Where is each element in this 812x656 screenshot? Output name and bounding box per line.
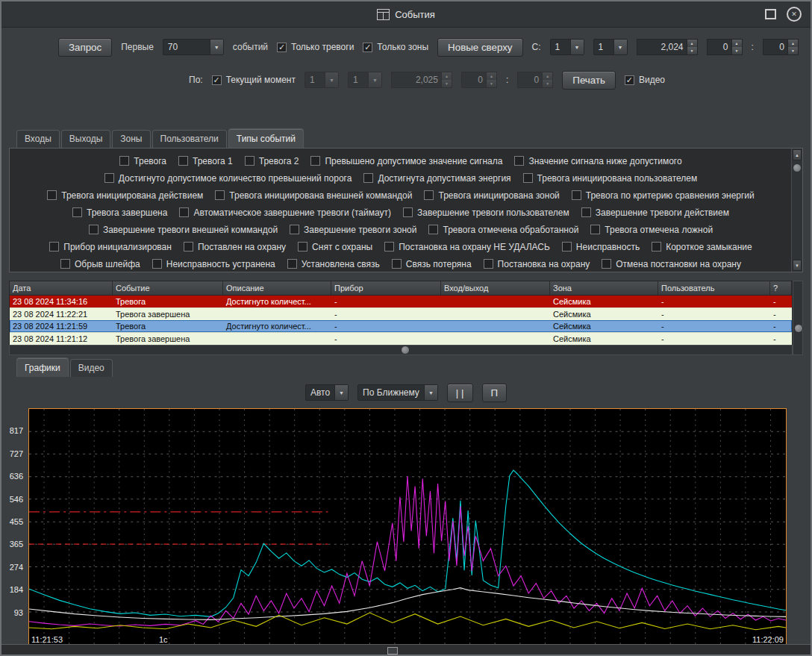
event-type-label: Тревога отмечена обработанной — [443, 225, 578, 235]
maximize-button[interactable] — [765, 9, 776, 19]
event-count-dropdown[interactable]: 70 — [163, 39, 224, 55]
column-header[interactable]: ? — [770, 281, 792, 295]
print-button[interactable]: Печать — [562, 71, 616, 90]
event-type-checkbox[interactable]: Достигнута допустимая энергия — [363, 173, 510, 184]
chart-mode-dropdown[interactable]: Авто — [305, 384, 349, 401]
only-zones-checkbox[interactable]: Только зоны — [363, 42, 428, 52]
event-type-checkbox[interactable]: Превышено допустимое значение сигнала — [310, 156, 502, 166]
spin-up-icon[interactable] — [487, 72, 496, 80]
tab-Входы[interactable]: Входы — [16, 130, 60, 148]
to-day-dropdown[interactable]: 1 — [304, 72, 339, 88]
event-type-checkbox[interactable]: Значение сигнала ниже допустимого — [514, 156, 681, 166]
event-type-checkbox[interactable]: Постановка на охрану — [484, 259, 590, 269]
video-checkbox[interactable]: Видео — [625, 75, 665, 85]
event-type-checkbox[interactable]: Достигнуто допустимое количество превыше… — [104, 173, 352, 184]
to-hour-spinner[interactable]: 0 — [461, 72, 497, 88]
spin-down-icon[interactable] — [788, 47, 798, 54]
event-type-checkbox[interactable]: Тревога по критерию сравнения энергий — [572, 190, 755, 201]
event-type-checkbox[interactable]: Прибор инициализирован — [49, 242, 172, 252]
p-button[interactable]: П — [482, 384, 508, 402]
from-day-dropdown[interactable]: 1 — [550, 39, 584, 55]
event-type-checkbox[interactable]: Тревога 2 — [245, 156, 299, 166]
event-type-checkbox[interactable]: Обрыв шлейфа — [60, 259, 140, 269]
from-hour-spinner[interactable]: 0 — [707, 39, 743, 55]
spin-up-icon[interactable] — [442, 72, 452, 80]
scrollbar-thumb[interactable] — [794, 324, 803, 333]
scroll-up-icon[interactable] — [793, 149, 802, 160]
from-month-dropdown[interactable]: 1 — [593, 39, 628, 55]
current-moment-checkbox[interactable]: Текущий момент — [212, 75, 296, 85]
pause-button[interactable]: | | — [447, 384, 473, 402]
column-header[interactable]: Событие — [113, 281, 223, 295]
event-type-checkbox[interactable]: Короткое замыкание — [652, 242, 752, 252]
titlebar[interactable]: События — [1, 1, 811, 28]
table-row[interactable]: 23 08 2024 11:21:59ТревогаДостигнуто кол… — [10, 320, 792, 332]
event-type-checkbox[interactable]: Неисправность — [562, 242, 640, 252]
table-cell: - — [770, 308, 792, 320]
close-button[interactable] — [787, 7, 802, 22]
spin-up-icon[interactable] — [687, 40, 697, 47]
event-type-checkbox[interactable]: Тревога инициирована пользователем — [523, 173, 698, 184]
event-type-checkbox[interactable]: Завершение тревоги зоной — [290, 225, 416, 235]
event-type-checkbox[interactable]: Тревога инициирована внешней коммандой — [215, 190, 412, 201]
table-row[interactable]: 23 08 2024 11:22:21Тревога завершена-Сей… — [10, 307, 792, 320]
to-month-dropdown[interactable]: 1 — [348, 72, 382, 88]
scrollbar-thumb[interactable] — [793, 163, 802, 172]
scroll-down-icon[interactable] — [793, 260, 802, 271]
table-vscrollbar[interactable] — [793, 281, 803, 355]
event-type-checkbox[interactable]: Установлена связь — [287, 259, 380, 269]
column-header[interactable]: Вход/выход — [441, 281, 550, 295]
column-header[interactable]: Дата — [10, 281, 113, 295]
spin-up-icon[interactable] — [543, 72, 552, 80]
event-type-checkbox[interactable]: Поставлен на охрану — [184, 242, 286, 252]
column-header[interactable]: Пользователь — [658, 281, 770, 295]
to-minute-spinner[interactable]: 0 — [517, 72, 553, 88]
spin-down-icon[interactable] — [442, 80, 452, 87]
event-type-checkbox[interactable]: Связь потеряна — [392, 259, 472, 269]
spin-up-icon[interactable] — [788, 40, 798, 47]
column-header[interactable]: Описание — [223, 281, 331, 295]
event-type-checkbox[interactable]: Тревога — [119, 156, 166, 166]
event-type-checkbox[interactable]: Тревога инициирована зоной — [424, 190, 559, 201]
scrollbar-thumb[interactable] — [401, 346, 410, 354]
to-year-spinner[interactable]: 2,025 — [391, 72, 452, 88]
tab-Зоны[interactable]: Зоны — [112, 130, 150, 148]
panel-scrollbar[interactable] — [791, 149, 802, 272]
event-type-checkbox[interactable]: Автоматическое завершение тревоги (тайма… — [179, 207, 391, 218]
event-type-checkbox[interactable]: Неисправность устранена — [152, 259, 275, 269]
event-type-checkbox[interactable]: Отмена постановки на охрану — [602, 259, 741, 269]
chart-area[interactable]: 11:21:53 1с 11:22:09 — [28, 408, 787, 646]
only-alarms-checkbox[interactable]: Только тревоги — [277, 42, 354, 52]
new-on-top-button[interactable]: Новые сверху — [437, 38, 522, 57]
column-header[interactable]: Зона — [550, 281, 658, 295]
event-type-label: Тревога инициирована пользователем — [537, 173, 698, 184]
table-row[interactable]: 23 08 2024 11:34:16ТревогаДостигнуто кол… — [10, 296, 792, 307]
tab-Графики[interactable]: Графики — [16, 357, 69, 377]
event-type-checkbox[interactable]: Завершение тревоги пользователем — [403, 207, 569, 218]
spin-up-icon[interactable] — [732, 40, 742, 47]
spin-down-icon[interactable] — [543, 80, 552, 87]
column-header[interactable]: Прибор — [331, 281, 441, 295]
spin-down-icon[interactable] — [487, 80, 496, 87]
event-type-checkbox[interactable]: Тревога отмечена обработанной — [428, 225, 578, 235]
tab-Видео[interactable]: Видео — [70, 359, 113, 377]
query-button[interactable]: Запрос — [58, 38, 112, 57]
table-hscrollbar[interactable] — [9, 345, 793, 355]
table-row[interactable]: 23 08 2024 11:21:12Тревога завершена-Сей… — [10, 332, 792, 345]
from-minute-spinner[interactable]: 0 — [763, 39, 799, 55]
event-type-checkbox[interactable]: Тревога инициирована действием — [47, 190, 203, 201]
tab-Пользователи[interactable]: Пользователи — [152, 130, 227, 148]
spin-down-icon[interactable] — [687, 47, 697, 54]
event-type-checkbox[interactable]: Тревога завершена — [72, 207, 167, 218]
event-type-checkbox[interactable]: Завершение тревоги действием — [581, 207, 729, 218]
event-type-checkbox[interactable]: Тревога отмечена ложной — [590, 225, 713, 235]
tab-Типы событий[interactable]: Типы событий — [228, 128, 304, 148]
event-type-checkbox[interactable]: Снят с охраны — [298, 242, 372, 252]
chart-align-dropdown[interactable]: По Ближнему — [357, 384, 438, 401]
spin-down-icon[interactable] — [732, 47, 742, 54]
event-type-checkbox[interactable]: Постановка на охрану НЕ УДАЛАСЬ — [384, 242, 550, 252]
tab-Выходы[interactable]: Выходы — [61, 130, 111, 148]
from-year-spinner[interactable]: 2,024 — [637, 39, 698, 55]
event-type-checkbox[interactable]: Завершение тревоги внешней коммандой — [89, 225, 278, 235]
event-type-checkbox[interactable]: Тревога 1 — [178, 156, 233, 166]
